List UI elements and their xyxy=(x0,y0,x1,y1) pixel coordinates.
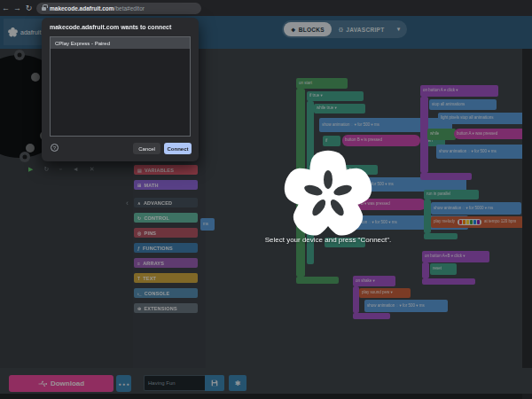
device-list: CPlay Express - Paired xyxy=(50,36,191,137)
device-picker-dialog: makecode.adafruit.com wants to connect C… xyxy=(42,18,199,161)
url-host: makecode.adafruit.com xyxy=(50,5,114,12)
dialog-title: makecode.adafruit.com wants to connect xyxy=(50,24,192,30)
back-icon[interactable]: ← xyxy=(0,0,12,16)
url-path: /beta#editor xyxy=(114,5,145,12)
reload-icon[interactable]: ↻ xyxy=(23,0,35,16)
cancel-button[interactable]: Cancel xyxy=(133,143,160,154)
connect-instruction-text: Select your device and press "Connect". xyxy=(213,236,443,244)
help-icon[interactable]: ? xyxy=(51,144,59,152)
browser-toolbar: ← → ↻ makecode.adafruit.com /beta#editor xyxy=(0,0,532,16)
forward-icon[interactable]: → xyxy=(12,0,23,16)
device-list-item[interactable]: CPlay Express - Paired xyxy=(51,37,190,49)
address-bar[interactable]: makecode.adafruit.com /beta#editor xyxy=(36,3,201,14)
connect-button[interactable]: Connect xyxy=(164,143,192,154)
lock-icon[interactable] xyxy=(42,7,46,11)
app-window: adafruit ❖BLOCKS{}JAVASCRIPT▾ ▶↻▫◄✕ xyxy=(0,0,532,399)
